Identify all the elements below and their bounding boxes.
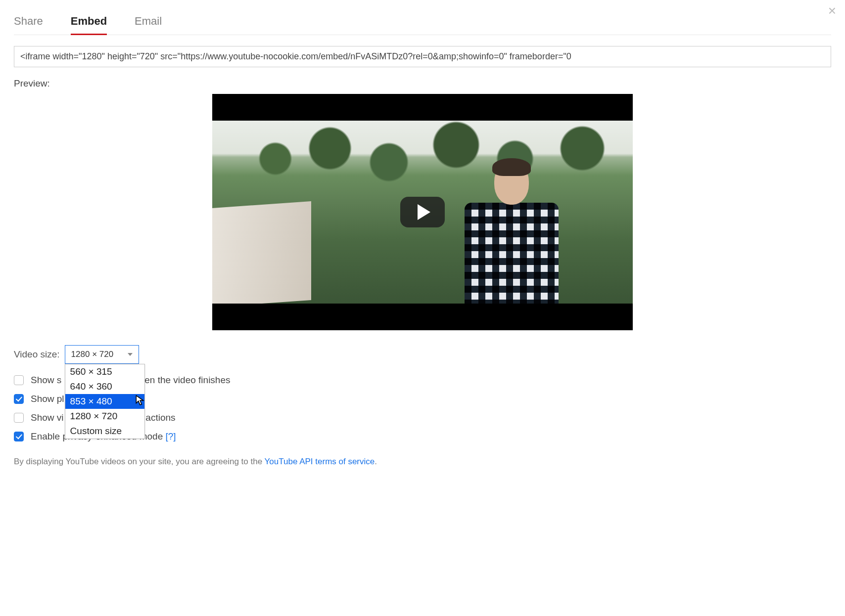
checkbox-suggested-videos[interactable]	[14, 375, 24, 385]
embed-code-input[interactable]	[14, 46, 831, 67]
checkbox-privacy-mode[interactable]	[14, 432, 24, 441]
share-tabs: Share Embed Email	[14, 12, 831, 35]
video-size-option[interactable]: 1280 × 720	[65, 409, 144, 424]
tab-email[interactable]: Email	[135, 12, 162, 35]
preview-label: Preview:	[14, 78, 831, 89]
video-size-dropdown: 560 × 315 640 × 360 853 × 480 1280 × 720…	[65, 364, 145, 439]
help-link[interactable]: [?]	[166, 431, 176, 441]
tab-share[interactable]: Share	[14, 12, 43, 35]
video-size-option[interactable]: 560 × 315	[65, 364, 144, 379]
checkbox-player-controls[interactable]	[14, 394, 24, 404]
play-button-icon[interactable]	[400, 197, 445, 227]
video-preview[interactable]	[212, 94, 633, 330]
tab-embed[interactable]: Embed	[71, 12, 107, 35]
terms-footer: By displaying YouTube videos on your sit…	[14, 457, 831, 467]
chevron-down-icon	[128, 353, 133, 356]
option-label: Show pl	[31, 394, 64, 404]
option-label: 853 × 480	[70, 396, 112, 406]
video-size-option[interactable]: 853 × 480	[65, 394, 144, 409]
close-icon[interactable]: ×	[828, 4, 836, 18]
terms-link[interactable]: YouTube API terms of service	[265, 457, 375, 466]
video-size-option[interactable]: Custom size	[65, 424, 144, 439]
video-size-option[interactable]: 640 × 360	[65, 379, 144, 394]
video-size-label: Video size:	[14, 349, 60, 360]
video-size-selected-value: 1280 × 720	[71, 350, 114, 359]
checkbox-video-title[interactable]	[14, 413, 24, 423]
video-size-select[interactable]: 1280 × 720	[65, 345, 139, 364]
